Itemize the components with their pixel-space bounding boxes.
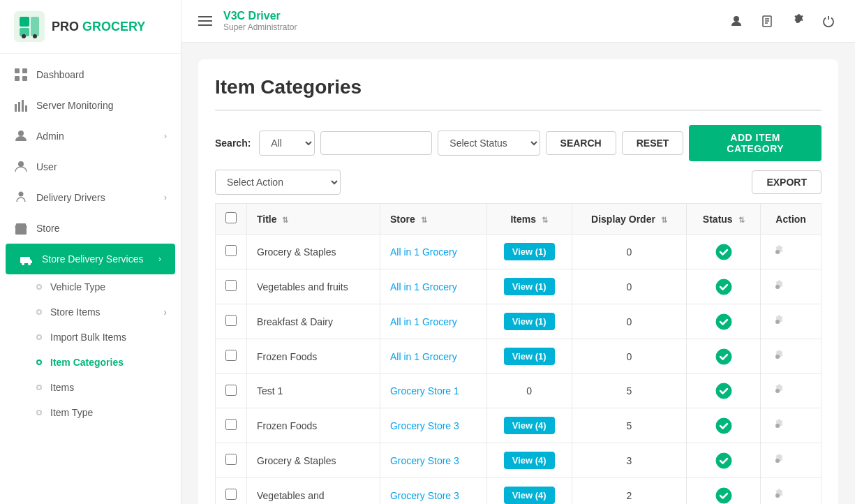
view-items-button[interactable]: View (1)	[504, 243, 555, 260]
column-items: Items ⇅	[486, 204, 572, 235]
chevron-right-icon: ›	[164, 193, 167, 202]
status-active-icon	[697, 452, 750, 469]
action-gear-button[interactable]	[771, 384, 785, 398]
svg-point-27	[716, 244, 731, 260]
sidebar-item-vehicle-type[interactable]: Vehicle Type	[0, 274, 181, 299]
svg-rect-6	[15, 68, 20, 73]
view-items-button[interactable]: View (1)	[504, 348, 555, 365]
row-checkbox[interactable]	[225, 245, 237, 256]
cell-title: Vegetables and	[247, 478, 380, 505]
store-link[interactable]: All in 1 Grocery	[390, 281, 457, 292]
sidebar-item-user[interactable]: User	[0, 151, 181, 182]
row-checkbox[interactable]	[225, 385, 237, 396]
action-gear-button[interactable]	[771, 315, 785, 329]
sort-icon[interactable]: ⇅	[738, 216, 745, 224]
cell-action	[761, 304, 821, 339]
svg-rect-11	[18, 102, 20, 112]
sidebar-item-item-categories[interactable]: Item Categories	[0, 350, 181, 375]
sidebar-item-store[interactable]: Store	[0, 213, 181, 244]
sidebar-item-admin[interactable]: Admin ›	[0, 121, 181, 151]
sidebar-item-item-type[interactable]: Item Type	[0, 400, 181, 425]
hamburger-menu[interactable]	[198, 16, 212, 26]
table-row: Frozen FoodsAll in 1 GroceryView (1)0	[216, 339, 821, 374]
logo: PRO GROCERY	[0, 0, 181, 54]
sidebar-item-items[interactable]: Items	[0, 375, 181, 400]
row-checkbox[interactable]	[225, 350, 237, 361]
view-items-button[interactable]: View (4)	[504, 487, 555, 504]
row-checkbox[interactable]	[225, 454, 237, 465]
cell-status	[687, 374, 761, 408]
svg-rect-12	[22, 100, 24, 112]
view-items-button[interactable]: View (1)	[504, 278, 555, 295]
header-user-name: V3C Driver	[223, 10, 297, 22]
sort-icon[interactable]: ⇅	[542, 216, 548, 224]
chart-icon	[14, 98, 28, 112]
row-checkbox[interactable]	[225, 419, 237, 430]
cell-status	[687, 478, 761, 505]
cell-display-order: 0	[572, 269, 687, 304]
svg-point-30	[716, 349, 731, 364]
person-icon	[14, 129, 28, 143]
store-link[interactable]: Grocery Store 1	[390, 385, 459, 396]
search-button[interactable]: SEARCH	[546, 131, 616, 155]
table-row: Grocery & StaplesGrocery Store 3View (4)…	[216, 443, 821, 478]
action-gear-button[interactable]	[771, 454, 785, 468]
clipboard-icon[interactable]	[757, 11, 777, 31]
cell-action	[761, 443, 821, 478]
sort-icon[interactable]: ⇅	[421, 216, 427, 224]
sidebar-item-delivery-drivers[interactable]: Delivery Drivers ›	[0, 182, 181, 213]
action-gear-button[interactable]	[771, 419, 785, 433]
action-select[interactable]: Select Action Delete Selected	[215, 170, 341, 195]
search-category-select[interactable]: All Title Store	[259, 131, 315, 156]
sidebar-item-label: Server Monitoring	[36, 100, 114, 111]
row-checkbox[interactable]	[225, 489, 237, 500]
store-link[interactable]: All in 1 Grocery	[390, 316, 457, 327]
search-input[interactable]	[320, 131, 432, 155]
svg-point-21	[28, 262, 31, 265]
action-gear-button[interactable]	[771, 350, 785, 364]
view-items-button[interactable]: View (4)	[504, 417, 555, 434]
svg-rect-8	[15, 76, 20, 81]
action-gear-button[interactable]	[771, 489, 785, 503]
cell-store: All in 1 Grocery	[380, 235, 486, 269]
action-gear-button[interactable]	[771, 245, 785, 259]
svg-rect-1	[20, 17, 29, 27]
svg-rect-7	[22, 68, 27, 73]
row-checkbox[interactable]	[225, 280, 237, 291]
store-link[interactable]: Grocery Store 3	[390, 455, 459, 466]
view-items-button[interactable]: View (1)	[504, 313, 555, 330]
settings-icon[interactable]	[788, 11, 808, 31]
cell-store: All in 1 Grocery	[380, 339, 486, 374]
status-select[interactable]: Select Status Active Inactive	[438, 131, 540, 156]
cell-items: View (4)	[486, 478, 572, 505]
store-link[interactable]: Grocery Store 3	[390, 420, 459, 431]
cell-store: Grocery Store 1	[380, 374, 486, 408]
grid-icon	[14, 68, 28, 82]
sidebar-item-store-delivery-services[interactable]: Store Delivery Services ›	[6, 244, 175, 274]
view-items-button[interactable]: View (4)	[504, 452, 555, 469]
add-item-category-button[interactable]: ADD ITEM CATEGORY	[689, 125, 821, 161]
store-link[interactable]: All in 1 Grocery	[390, 351, 457, 362]
export-button[interactable]: EXPORT	[752, 170, 821, 194]
svg-point-22	[734, 16, 739, 22]
sidebar-item-import-bulk-items[interactable]: Import Bulk Items	[0, 325, 181, 350]
sidebar-item-label: User	[36, 161, 57, 172]
sidebar-item-store-items[interactable]: Store Items ›	[0, 299, 181, 325]
cell-title: Frozen Foods	[247, 408, 380, 443]
sidebar-item-server-monitoring[interactable]: Server Monitoring	[0, 90, 181, 121]
store-link[interactable]: Grocery Store 3	[390, 490, 459, 501]
row-checkbox[interactable]	[225, 315, 237, 326]
sort-icon[interactable]: ⇅	[282, 216, 288, 224]
store-link[interactable]: All in 1 Grocery	[390, 246, 457, 258]
status-active-icon	[697, 487, 750, 504]
select-all-checkbox[interactable]	[225, 212, 237, 223]
reset-button[interactable]: RESET	[622, 131, 684, 155]
action-gear-button[interactable]	[771, 280, 785, 294]
svg-rect-19	[20, 257, 30, 263]
dot-icon	[36, 410, 42, 415]
power-icon[interactable]	[819, 11, 838, 31]
user-icon[interactable]	[727, 11, 746, 31]
sidebar-item-dashboard[interactable]: Dashboard	[0, 59, 181, 90]
sort-icon[interactable]: ⇅	[661, 216, 667, 224]
cell-title: Grocery & Staples	[247, 235, 380, 269]
